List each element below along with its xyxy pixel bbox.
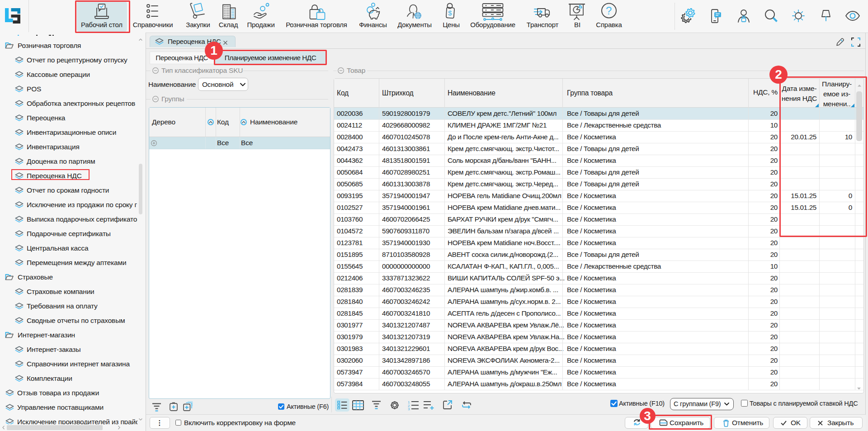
svg-text:?: ?: [606, 5, 612, 17]
svg-text:3: 3: [408, 407, 410, 410]
svg-text:$: $: [448, 9, 452, 17]
